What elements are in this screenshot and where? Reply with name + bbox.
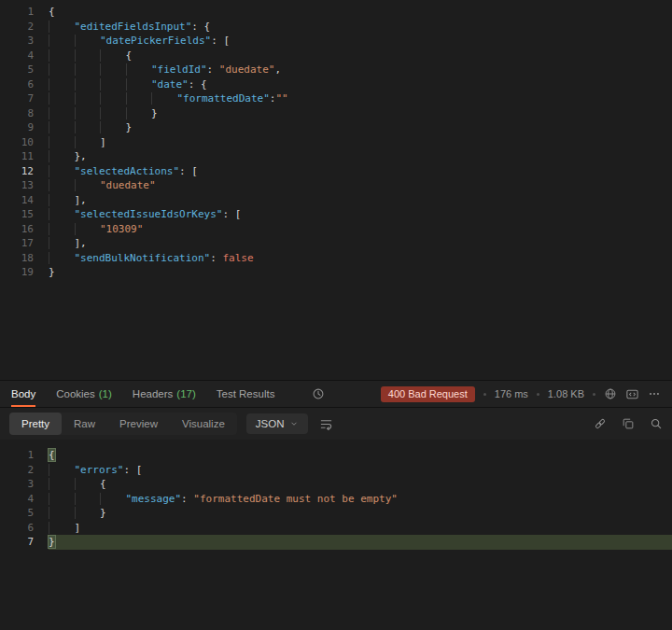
code-text: "date": { bbox=[49, 77, 672, 92]
code-text: } bbox=[49, 265, 672, 280]
line-number: 6 bbox=[0, 521, 34, 536]
network-globe-icon[interactable] bbox=[604, 387, 617, 400]
dot-separator bbox=[483, 393, 486, 396]
line-number: 5 bbox=[0, 63, 34, 77]
code-line[interactable]: 12 "selectedActions": [ bbox=[0, 164, 672, 179]
line-number: 9 bbox=[0, 120, 34, 135]
dot-separator bbox=[593, 393, 595, 396]
code-line[interactable]: 8 } bbox=[0, 106, 672, 121]
code-text: { bbox=[49, 5, 672, 20]
link-icon[interactable] bbox=[594, 417, 607, 430]
code-line[interactable]: 13 "duedate" bbox=[0, 178, 672, 193]
code-text: ] bbox=[49, 135, 672, 150]
code-line[interactable]: 14 ], bbox=[0, 193, 672, 208]
tab-headers[interactable]: Headers (17) bbox=[133, 381, 196, 407]
line-number: 4 bbox=[0, 492, 34, 507]
code-text: }, bbox=[49, 149, 672, 164]
cookies-count: (1) bbox=[99, 388, 112, 399]
response-view-switcher: Pretty Raw Preview Visualize bbox=[9, 413, 237, 435]
line-number: 1 bbox=[0, 5, 34, 20]
request-body-editor[interactable]: 1{2 "editedFieldsInput": {3 "datePickerF… bbox=[0, 0, 672, 380]
code-text: { bbox=[49, 49, 672, 63]
code-line[interactable]: 19} bbox=[0, 265, 672, 280]
line-number: 19 bbox=[0, 265, 34, 280]
response-meta: 400 Bad Request 176 ms 1.08 KB bbox=[381, 381, 661, 407]
code-text: "10309" bbox=[49, 222, 672, 237]
dot-separator bbox=[537, 393, 539, 396]
tab-cookies-label: Cookies bbox=[56, 388, 95, 399]
code-text: } bbox=[49, 120, 672, 135]
code-line[interactable]: 2 "editedFieldsInput": { bbox=[0, 20, 672, 35]
code-text: } bbox=[49, 106, 672, 121]
code-line[interactable]: 1{ bbox=[0, 448, 672, 463]
line-number: 6 bbox=[0, 77, 34, 92]
code-text: "message": "formattedDate must not be em… bbox=[49, 492, 672, 507]
line-number: 3 bbox=[0, 477, 34, 492]
line-number: 15 bbox=[0, 207, 34, 222]
code-line[interactable]: 3 "datePickerFields": [ bbox=[0, 34, 672, 49]
line-number: 4 bbox=[0, 49, 34, 63]
line-number: 14 bbox=[0, 193, 34, 208]
code-line[interactable]: 6 "date": { bbox=[0, 77, 672, 92]
code-text: ] bbox=[49, 521, 672, 536]
code-line[interactable]: 18 "sendBulkNotification": false bbox=[0, 251, 672, 266]
line-number: 8 bbox=[0, 106, 34, 121]
code-line[interactable]: 6 ] bbox=[0, 521, 672, 536]
view-visualize-button[interactable]: Visualize bbox=[170, 413, 237, 435]
headers-count: (17) bbox=[176, 388, 195, 399]
response-tabs-bar: Body Cookies (1) Headers (17) Test Resul… bbox=[0, 380, 672, 408]
view-raw-button[interactable]: Raw bbox=[62, 413, 107, 435]
code-text: "errors": [ bbox=[49, 463, 672, 478]
line-number: 1 bbox=[0, 448, 34, 463]
tab-body-label: Body bbox=[11, 388, 35, 399]
tab-test-results-label: Test Results bbox=[217, 388, 275, 399]
code-line[interactable]: 11 }, bbox=[0, 149, 672, 164]
response-history-icon[interactable] bbox=[312, 381, 325, 407]
code-line[interactable]: 4 "message": "formattedDate must not be … bbox=[0, 492, 672, 507]
view-pretty-button[interactable]: Pretty bbox=[9, 413, 62, 435]
code-line[interactable]: 17 ], bbox=[0, 236, 672, 251]
format-dropdown-label: JSON bbox=[256, 418, 285, 429]
code-line[interactable]: 15 "selectedIssueIdsOrKeys": [ bbox=[0, 207, 672, 222]
status-badge: 400 Bad Request bbox=[381, 386, 475, 402]
line-number: 18 bbox=[0, 251, 34, 266]
copy-icon[interactable] bbox=[622, 417, 635, 430]
tab-body[interactable]: Body bbox=[11, 381, 35, 407]
code-line[interactable]: 16 "10309" bbox=[0, 222, 672, 237]
save-response-icon[interactable] bbox=[625, 387, 639, 401]
code-text: { bbox=[49, 448, 672, 463]
code-line[interactable]: 3 { bbox=[0, 477, 672, 492]
format-dropdown[interactable]: JSON bbox=[246, 413, 309, 434]
code-line[interactable]: 5 "fieldId": "duedate", bbox=[0, 63, 672, 77]
line-number: 13 bbox=[0, 178, 34, 193]
code-text: "fieldId": "duedate", bbox=[49, 63, 672, 77]
code-line[interactable]: 7} bbox=[0, 535, 672, 550]
line-number: 2 bbox=[0, 20, 34, 35]
tab-cookies[interactable]: Cookies (1) bbox=[56, 381, 112, 407]
wrap-lines-icon[interactable] bbox=[319, 417, 333, 431]
code-line[interactable]: 2 "errors": [ bbox=[0, 463, 672, 478]
code-text: "datePickerFields": [ bbox=[49, 34, 672, 49]
response-tab-list: Body Cookies (1) Headers (17) Test Resul… bbox=[11, 381, 325, 407]
line-number: 16 bbox=[0, 222, 34, 237]
response-body-editor[interactable]: 1{2 "errors": [3 {4 "message": "formatte… bbox=[0, 440, 672, 630]
search-icon[interactable] bbox=[650, 417, 663, 430]
tab-test-results[interactable]: Test Results bbox=[217, 381, 275, 407]
view-preview-button[interactable]: Preview bbox=[107, 413, 170, 435]
code-line[interactable]: 9 } bbox=[0, 120, 672, 135]
code-text: } bbox=[49, 535, 672, 550]
response-toolbar: Pretty Raw Preview Visualize JSON bbox=[0, 408, 672, 440]
tab-headers-label: Headers bbox=[133, 388, 173, 399]
code-line[interactable]: 4 { bbox=[0, 49, 672, 63]
code-line[interactable]: 1{ bbox=[0, 5, 672, 20]
code-text: "editedFieldsInput": { bbox=[49, 20, 672, 35]
response-toolbar-actions bbox=[594, 417, 663, 430]
code-line[interactable]: 7 "formattedDate":"" bbox=[0, 91, 672, 106]
line-number: 12 bbox=[0, 164, 34, 179]
code-text: } bbox=[49, 506, 672, 521]
more-options-icon[interactable] bbox=[648, 387, 661, 400]
code-line[interactable]: 10 ] bbox=[0, 135, 672, 150]
line-number: 5 bbox=[0, 506, 34, 521]
response-time: 176 ms bbox=[495, 388, 528, 399]
code-line[interactable]: 5 } bbox=[0, 506, 672, 521]
